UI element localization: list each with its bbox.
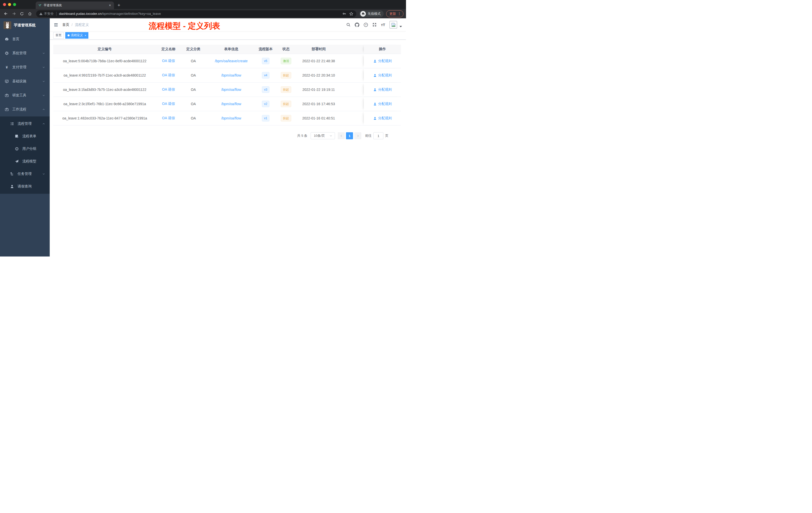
form-info-link[interactable]: /bpm/oa/flow xyxy=(221,102,241,106)
sidebar-item-leave-query[interactable]: 请假查询 xyxy=(0,180,50,193)
status-badge: 挂起 xyxy=(281,86,291,93)
table-header-row: 定义编号 定义名称 定义分类 表单信息 流程版本 状态 部署时间 操作 xyxy=(53,45,401,54)
form-info-link[interactable]: /bpm/oa/flow xyxy=(221,116,241,120)
sidebar-item-process-mgmt[interactable]: 流程管理 xyxy=(0,117,50,130)
tab-title: 芋道管理系统 xyxy=(44,3,107,7)
breadcrumb: 首页 / 流程定义 xyxy=(62,23,89,27)
window-controls[interactable] xyxy=(0,0,19,9)
url-path: /bpm/manager/definition?key=oa_leave xyxy=(102,12,161,16)
table-row: oa_leave:1:482ec033-762a-11ec-8477-a2380… xyxy=(53,111,401,125)
assign-rule-button[interactable]: 分配规则 xyxy=(373,116,392,120)
definition-name-link[interactable]: OA 请假 xyxy=(162,102,175,105)
reload-button[interactable] xyxy=(19,10,25,17)
user-icon xyxy=(373,117,377,120)
sidebar-toggle-hamburger-icon[interactable] xyxy=(54,18,60,31)
search-icon[interactable] xyxy=(346,23,350,27)
version-badge: v3 xyxy=(262,86,270,93)
sidebar-item-process-model[interactable]: 流程模型 xyxy=(0,155,50,168)
assign-rule-button[interactable]: 分配规则 xyxy=(373,87,392,92)
sidebar-item-payment-mgmt[interactable]: ¥ 支付管理 xyxy=(0,60,50,74)
address-bar[interactable]: 不安全 dashboard.yudao.iocoder.cn/bpm/manag… xyxy=(36,10,356,17)
new-tab-button[interactable]: + xyxy=(114,1,124,9)
monitor-icon xyxy=(5,79,9,83)
font-size-icon[interactable]: тT xyxy=(381,23,385,27)
window-minimize-button[interactable] xyxy=(8,3,11,6)
cell-deploy-time: 2022-01-16 17:46:53 xyxy=(297,102,340,106)
status-badge: 挂起 xyxy=(281,101,291,107)
definition-name-link[interactable]: OA 请假 xyxy=(162,87,175,91)
back-button[interactable] xyxy=(2,10,9,17)
user-icon xyxy=(373,102,377,106)
warning-triangle-icon xyxy=(39,12,43,16)
window-zoom-button[interactable] xyxy=(13,3,16,6)
definition-name-link[interactable]: OA 请假 xyxy=(162,116,175,120)
list-icon xyxy=(10,122,14,126)
next-page-button[interactable] xyxy=(354,132,361,139)
tag-current[interactable]: 流程定义 × xyxy=(65,32,88,39)
col-header-process-version: 流程版本 xyxy=(257,47,275,52)
sidebar-item-workflow[interactable]: 工作流程 xyxy=(0,102,50,117)
bookmark-star-icon[interactable] xyxy=(349,12,353,16)
status-badge: 激活 xyxy=(281,58,291,64)
sidebar-item-task-mgmt[interactable]: 任务管理 xyxy=(0,168,50,180)
url-text[interactable]: dashboard.yudao.iocoder.cn/bpm/manager/d… xyxy=(59,12,341,16)
update-label: 更新 xyxy=(389,11,396,16)
sidebar-logo[interactable]: 芋道管理系统 xyxy=(0,18,50,32)
form-info-link[interactable]: /bpm/oa/leave/create xyxy=(215,59,248,63)
col-header-actions: 操作 xyxy=(364,45,401,54)
form-info-link[interactable]: /bpm/oa/flow xyxy=(221,73,241,77)
cell-status: 挂起 xyxy=(275,86,297,93)
favicon-sprout-icon xyxy=(38,3,42,7)
col-header-definition-id: 定义编号 xyxy=(53,47,156,52)
home-button[interactable] xyxy=(27,10,33,17)
sidebar-item-process-form[interactable]: 流程表单 xyxy=(0,130,50,143)
form-info-link[interactable]: /bpm/oa/flow xyxy=(221,88,241,92)
cell-status: 激活 xyxy=(275,58,297,64)
avatar-caret-down-icon[interactable] xyxy=(400,26,402,27)
breadcrumb-home[interactable]: 首页 xyxy=(62,23,69,27)
kebab-menu-icon[interactable] xyxy=(398,12,401,16)
assign-rule-button[interactable]: 分配规则 xyxy=(373,73,392,78)
page-size-select[interactable]: 10条/页 xyxy=(311,132,335,139)
definition-name-link[interactable]: OA 请假 xyxy=(162,59,175,63)
password-key-icon[interactable] xyxy=(343,12,346,16)
sidebar-item-infrastructure[interactable]: 基础设施 xyxy=(0,74,50,88)
sidebar-item-home[interactable]: 首页 xyxy=(0,32,50,46)
assign-rule-button[interactable]: 分配规则 xyxy=(373,102,392,106)
avatar[interactable] xyxy=(389,21,397,29)
window-close-button[interactable] xyxy=(3,3,6,6)
cell-deploy-time: 2022-01-22 20:34:10 xyxy=(297,73,340,77)
sidebar-item-user-group[interactable]: 用户分组 xyxy=(0,143,50,155)
briefcase-icon xyxy=(5,93,9,97)
status-badge: 挂起 xyxy=(281,115,291,121)
page-number-1[interactable]: 1 xyxy=(346,132,353,139)
cell-form-info: /bpm/oa/flow xyxy=(206,102,257,106)
browser-tab[interactable]: 芋道管理系统 × xyxy=(36,1,114,9)
fullscreen-icon[interactable] xyxy=(372,23,377,27)
tree-icon xyxy=(10,172,14,176)
help-icon[interactable]: ? xyxy=(364,23,368,27)
status-badge: 挂起 xyxy=(281,72,291,79)
dashboard-icon xyxy=(5,37,9,41)
col-header-definition-name: 定义名称 xyxy=(156,47,181,52)
assign-rule-button[interactable]: 分配规则 xyxy=(373,59,392,63)
tag-close-icon[interactable]: × xyxy=(85,34,86,37)
forward-button[interactable] xyxy=(10,10,17,17)
broken-image-icon xyxy=(391,22,396,27)
tag-home[interactable]: 首页 xyxy=(53,32,64,39)
jumper-suffix: 页 xyxy=(385,133,388,138)
cell-process-version: v1 xyxy=(257,115,275,121)
cell-definition-name: OA 请假 xyxy=(156,59,181,63)
security-warning[interactable]: 不安全 xyxy=(39,11,54,16)
cell-definition-name: OA 请假 xyxy=(156,73,181,78)
definition-name-link[interactable]: OA 请假 xyxy=(162,73,175,77)
tab-close-icon[interactable]: × xyxy=(109,3,112,7)
page-jumper-input[interactable] xyxy=(373,132,383,139)
chrome-update-button[interactable]: 更新 xyxy=(386,10,404,17)
prev-page-button[interactable] xyxy=(338,132,345,139)
incognito-label: 无痕模式 xyxy=(368,11,381,16)
github-icon[interactable] xyxy=(355,23,359,27)
sidebar-item-dev-tools[interactable]: 研发工具 xyxy=(0,88,50,102)
sidebar-item-system-mgmt[interactable]: 系统管理 xyxy=(0,46,50,60)
incognito-icon xyxy=(360,11,366,17)
